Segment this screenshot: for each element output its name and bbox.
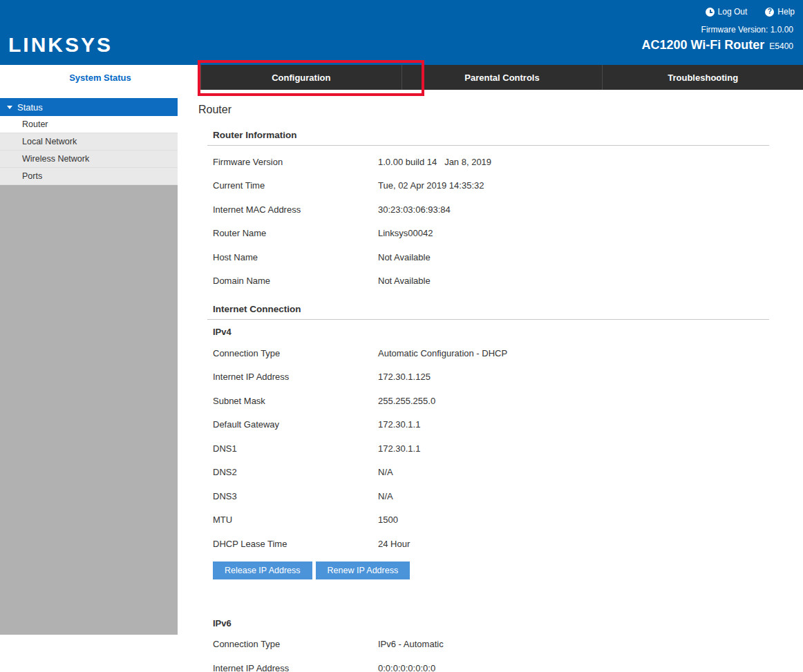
info-row: Internet MAC Address 30:23:03:06:93:84 xyxy=(198,198,803,222)
tab-system-status[interactable]: System Status xyxy=(0,65,200,90)
row-label: Firmware Version xyxy=(213,157,378,167)
row-label: Subnet Mask xyxy=(213,396,378,406)
row-label: Internet IP Address xyxy=(213,372,378,382)
help-label: Help xyxy=(777,7,795,17)
info-row: DHCP Lease Time 24 Hour xyxy=(198,532,803,556)
row-value: 30:23:03:06:93:84 xyxy=(378,204,451,215)
tab-configuration[interactable]: Configuration xyxy=(200,65,402,90)
internet-connection-heading: Internet Connection xyxy=(198,304,803,314)
info-row: Host Name Not Available xyxy=(198,245,803,269)
info-row: Default Gateway 172.30.1.1 xyxy=(198,413,803,437)
info-row: Internet IP Address 172.30.1.125 xyxy=(198,365,803,390)
info-row: Domain Name Not Available xyxy=(198,269,803,294)
tab-troubleshooting[interactable]: Troubleshooting xyxy=(602,65,803,90)
row-label: Router Name xyxy=(213,228,378,238)
utility-nav: Log Out ? Help xyxy=(706,7,795,17)
row-label: Internet MAC Address xyxy=(213,204,378,215)
row-value: 24 Hour xyxy=(378,539,410,549)
info-row: DNS2 N/A xyxy=(198,461,803,485)
product-title: AC1200 Wi-Fi Router xyxy=(641,38,764,52)
row-value: 1.0.00 build 14 Jan 8, 2019 xyxy=(378,157,491,167)
sidebar-item-ports[interactable]: Ports xyxy=(0,168,178,185)
row-value: 172.30.1.125 xyxy=(378,372,431,382)
product-model: E5400 xyxy=(769,41,793,51)
sidebar-group-status[interactable]: Status xyxy=(0,98,178,116)
row-value: 172.30.1.1 xyxy=(378,443,420,454)
row-value: Not Available xyxy=(378,276,431,286)
router-information-rows: Firmware Version 1.0.00 build 14 Jan 8, … xyxy=(198,146,803,293)
help-icon: ? xyxy=(765,8,774,17)
ipv6-rows: Connection Type IPv6 - Automatic Interne… xyxy=(198,628,803,672)
row-label: Default Gateway xyxy=(213,419,378,430)
sidebar-item-list: Router Local Network Wireless Network Po… xyxy=(0,116,178,185)
row-label: DNS2 xyxy=(213,467,378,477)
row-value: 172.30.1.1 xyxy=(378,419,420,430)
row-value: Tue, 02 Apr 2019 14:35:32 xyxy=(378,180,484,191)
row-label: Host Name xyxy=(213,252,378,262)
info-row: Current Time Tue, 02 Apr 2019 14:35:32 xyxy=(198,174,803,198)
row-label: DHCP Lease Time xyxy=(213,539,378,549)
info-row: MTU 1500 xyxy=(198,508,803,532)
main-nav: System Status Configuration Parental Con… xyxy=(0,65,803,90)
tab-parental-controls[interactable]: Parental Controls xyxy=(402,65,603,90)
info-row: Connection Type IPv6 - Automatic xyxy=(198,633,803,657)
section-router-information: Router Information Firmware Version 1.0.… xyxy=(198,130,803,293)
info-row: DNS3 N/A xyxy=(198,484,803,508)
row-label: Current Time xyxy=(213,180,378,191)
ipv6-heading: IPv6 xyxy=(198,618,803,628)
info-row: Connection Type Automatic Configuration … xyxy=(198,341,803,365)
app-header: LINKSYS Log Out ? Help Firmware Version:… xyxy=(0,0,803,65)
help-button[interactable]: ? Help xyxy=(765,7,795,17)
router-information-heading: Router Information xyxy=(198,130,803,140)
row-value: N/A xyxy=(378,467,393,477)
row-value: 255.255.255.0 xyxy=(378,396,435,406)
info-row: Subnet Mask 255.255.255.0 xyxy=(198,389,803,413)
product-line: AC1200 Wi-Fi Router E5400 xyxy=(641,38,793,52)
renew-ip-button[interactable]: Renew IP Address xyxy=(316,561,410,579)
ipv4-heading: IPv4 xyxy=(198,327,803,337)
sidebar-group-label: Status xyxy=(17,102,43,113)
row-label: Connection Type xyxy=(213,639,378,649)
linksys-logo: LINKSYS xyxy=(8,33,113,57)
row-label: DNS1 xyxy=(213,443,378,454)
firmware-version: Firmware Version: 1.0.00 xyxy=(701,25,793,35)
main-content: Router Router Information Firmware Versi… xyxy=(198,98,803,672)
page-title: Router xyxy=(198,104,803,116)
sidebar-filler xyxy=(0,185,178,635)
row-label: DNS3 xyxy=(213,491,378,501)
row-label: MTU xyxy=(213,515,378,525)
chevron-down-icon xyxy=(7,106,12,109)
ipv4-rows: Connection Type Automatic Configuration … xyxy=(198,337,803,556)
row-value: 0:0:0:0:0:0:0:0 xyxy=(378,663,435,672)
ipv4-actions: Release IP Address Renew IP Address xyxy=(198,561,803,579)
sidebar-item-router[interactable]: Router xyxy=(0,116,178,133)
info-row: Router Name Linksys00042 xyxy=(198,222,803,246)
sidebar-item-wireless-network[interactable]: Wireless Network xyxy=(0,151,178,168)
logout-label: Log Out xyxy=(718,7,748,17)
info-row: Internet IP Address 0:0:0:0:0:0:0:0 xyxy=(198,656,803,672)
row-label: Internet IP Address xyxy=(213,663,378,672)
row-label: Connection Type xyxy=(213,348,378,358)
info-row: Firmware Version 1.0.00 build 14 Jan 8, … xyxy=(198,150,803,174)
release-ip-button[interactable]: Release IP Address xyxy=(213,561,312,579)
sidebar-item-local-network[interactable]: Local Network xyxy=(0,133,178,151)
row-label: Domain Name xyxy=(213,276,378,286)
row-value: Linksys00042 xyxy=(378,228,433,238)
info-row: DNS1 172.30.1.1 xyxy=(198,436,803,461)
divider xyxy=(207,319,769,320)
logout-icon xyxy=(706,8,715,17)
section-internet-connection: Internet Connection IPv4 Connection Type… xyxy=(198,304,803,672)
row-value: Automatic Configuration - DHCP xyxy=(378,348,507,358)
row-value: 1500 xyxy=(378,515,398,525)
logout-button[interactable]: Log Out xyxy=(706,7,748,17)
row-value: IPv6 - Automatic xyxy=(378,639,444,649)
row-value: Not Available xyxy=(378,252,431,262)
row-value: N/A xyxy=(378,491,393,501)
sidebar: Status Router Local Network Wireless Net… xyxy=(0,98,178,635)
